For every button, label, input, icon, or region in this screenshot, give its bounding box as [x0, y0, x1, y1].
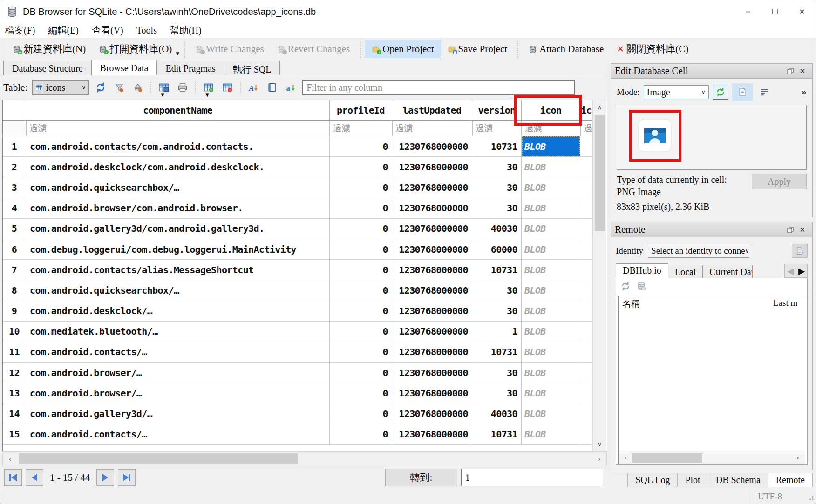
table-selector[interactable]: icons ∨	[32, 80, 89, 95]
row-number[interactable]: 11	[3, 342, 26, 363]
cell-version[interactable]: 30	[472, 383, 522, 403]
cell-componentName[interactable]: com.android.browser/…	[26, 363, 330, 383]
close-dock-icon[interactable]: ✕	[796, 225, 809, 235]
cell-profileId[interactable]: 0	[330, 198, 392, 219]
cell-lastUpdated[interactable]: 1230768000000	[392, 424, 472, 445]
column-header-icon[interactable]: icon	[522, 100, 580, 121]
open-database-dropdown[interactable]: ▼	[175, 50, 180, 57]
tab-current-database[interactable]: Current Dat	[702, 265, 753, 278]
row-number[interactable]: 3	[3, 177, 26, 198]
cell-version[interactable]: 1	[472, 322, 522, 342]
horizontal-scroll-thumb[interactable]	[19, 453, 298, 464]
scroll-right-icon[interactable]: ›	[791, 451, 805, 465]
cell-icon[interactable]: BLOB	[522, 280, 580, 301]
close-dock-icon[interactable]: ✕	[796, 66, 809, 76]
cell-componentName[interactable]: com.android.gallery3d/…	[26, 403, 330, 424]
goto-record-input[interactable]	[461, 469, 603, 486]
row-number[interactable]: 9	[3, 301, 26, 322]
open-project-button[interactable]: › Open Project	[365, 40, 441, 58]
cell-componentName[interactable]: com.debug.loggerui/com.debug.loggerui.Ma…	[26, 239, 330, 260]
cell-version[interactable]: 40030	[472, 403, 522, 424]
attach-database-button[interactable]: Attach Database	[522, 40, 610, 58]
row-number[interactable]: 10	[3, 322, 26, 342]
menu-tools[interactable]: Tools	[136, 25, 157, 36]
next-page-button[interactable]	[96, 469, 114, 486]
tree-header-last-modified[interactable]: Last m	[770, 296, 805, 311]
dock-tab-db-schema[interactable]: DB Schema	[708, 473, 768, 487]
cell-version[interactable]: 30	[472, 198, 522, 219]
cell-icon[interactable]: BLOB	[522, 301, 580, 322]
mode-select[interactable]: Image ∨	[644, 85, 709, 99]
identity-select[interactable]: Select an identity to conne ∨	[648, 244, 749, 258]
remote-refresh-icon[interactable]	[621, 282, 630, 293]
cell-icon[interactable]: BLOB	[522, 157, 580, 177]
tree-horizontal-scrollbar[interactable]: ‹ ›	[619, 451, 805, 464]
write-changes-button[interactable]: Write Changes	[189, 40, 271, 58]
corner-header[interactable]	[3, 100, 26, 121]
close-database-button[interactable]: ✕ 關閉資料庫(C)	[610, 40, 695, 58]
filter-any-column-input[interactable]	[302, 80, 575, 95]
revert-changes-button[interactable]: Revert Changes	[271, 40, 357, 58]
row-number[interactable]: 15	[3, 424, 26, 445]
remote-clone-database-icon[interactable]	[637, 282, 646, 293]
cell-lastUpdated[interactable]: 1230768000000	[392, 260, 472, 280]
row-number[interactable]: 14	[3, 403, 26, 424]
cell-icon[interactable]: BLOB	[522, 424, 580, 445]
cell-version[interactable]: 30	[472, 177, 522, 198]
goto-button[interactable]: 轉到:	[385, 469, 457, 486]
row-number[interactable]: 2	[3, 157, 26, 177]
tab-browse-data[interactable]: Browse Data	[91, 60, 157, 75]
cell-version[interactable]: 30	[472, 157, 522, 177]
scroll-down-icon[interactable]: ∨	[593, 437, 607, 451]
cell-lastUpdated[interactable]: 1230768000000	[392, 363, 472, 383]
dock-tab-remote[interactable]: Remote	[768, 473, 813, 487]
cell-version[interactable]: 60000	[472, 239, 522, 260]
cell-version[interactable]: 10731	[472, 136, 522, 157]
cell-lastUpdated[interactable]: 1230768000000	[392, 136, 472, 157]
cell-profileId[interactable]: 0	[330, 322, 392, 342]
filter-overflow[interactable]: 過濾	[580, 121, 592, 136]
filter-icon[interactable]: 過濾	[522, 121, 580, 136]
cell-componentName[interactable]: com.android.browser/…	[26, 383, 330, 403]
menu-file[interactable]: 檔案(F)	[5, 24, 35, 37]
filter-profileId[interactable]: 過濾	[330, 121, 392, 136]
cell-version[interactable]: 10731	[472, 260, 522, 280]
reference-book-button[interactable]	[265, 81, 279, 94]
row-number[interactable]: 1	[3, 136, 26, 157]
cell-lastUpdated[interactable]: 1230768000000	[392, 157, 472, 177]
cell-icon[interactable]: BLOB	[522, 219, 580, 239]
tab-edit-pragmas[interactable]: Edit Pragmas	[156, 61, 224, 75]
row-number[interactable]: 7	[3, 260, 26, 280]
close-button[interactable]: ✕	[789, 0, 816, 23]
cell-icon[interactable]: BLOB	[522, 383, 580, 403]
column-header-componentName[interactable]: componentName	[26, 100, 330, 121]
cell-componentName[interactable]: com.android.deskclock/…	[26, 301, 330, 322]
cell-icon[interactable]: BLOB	[522, 136, 580, 157]
save-filter-button[interactable]	[112, 81, 126, 94]
column-header-version[interactable]: version	[472, 100, 522, 121]
cell-icon[interactable]: BLOB	[522, 239, 580, 260]
float-dock-icon[interactable]	[784, 225, 796, 235]
cell-version[interactable]: 10731	[472, 342, 522, 363]
cell-profileId[interactable]: 0	[330, 383, 392, 403]
tab-dbhub[interactable]: DBHub.io	[616, 263, 668, 278]
dock-tab-sql-log[interactable]: SQL Log	[627, 473, 678, 487]
tree-scroll-thumb[interactable]	[632, 453, 702, 463]
row-number[interactable]: 8	[3, 280, 26, 301]
apply-button[interactable]: Apply	[752, 174, 807, 189]
tab-local[interactable]: Local	[668, 265, 703, 278]
cell-version[interactable]: 30	[472, 301, 522, 322]
cell-profileId[interactable]: 0	[330, 342, 392, 363]
dropdown-caret-icon[interactable]: ▼	[161, 92, 164, 97]
cell-profileId[interactable]: 0	[330, 363, 392, 383]
previous-page-button[interactable]	[26, 469, 43, 486]
minimize-button[interactable]: ─	[734, 0, 762, 23]
filter-version[interactable]: 過濾	[472, 121, 522, 136]
cell-profileId[interactable]: 0	[330, 424, 392, 445]
cell-lastUpdated[interactable]: 1230768000000	[392, 322, 472, 342]
cell-profileId[interactable]: 0	[330, 177, 392, 198]
print-button[interactable]	[176, 81, 190, 94]
cell-profileId[interactable]: 0	[330, 239, 392, 260]
import-data-button[interactable]	[713, 85, 728, 100]
save-project-button[interactable]: ▪ Save Project	[441, 40, 514, 58]
